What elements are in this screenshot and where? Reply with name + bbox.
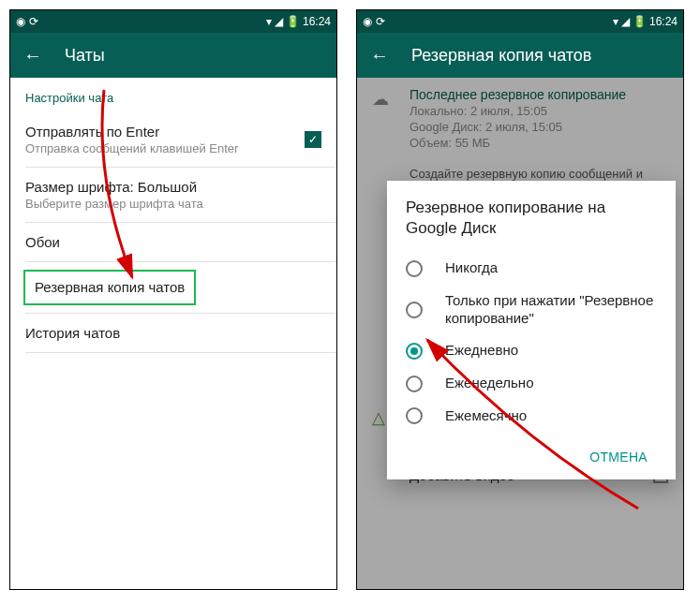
item-title: Резервная копия чатов xyxy=(35,279,185,295)
radio-label: Ежемесячно xyxy=(445,407,527,425)
status-bar: ◉ ⟳ ▾ ◢ 🔋 16:24 xyxy=(10,10,336,33)
item-backup-highlight[interactable]: Резервная копия чатов xyxy=(23,270,196,305)
item-subtitle: Отправка сообщений клавишей Enter xyxy=(25,141,305,155)
radio-label: Никогда xyxy=(445,259,498,277)
battery-icon: 🔋 xyxy=(286,15,300,28)
back-icon[interactable]: ← xyxy=(23,45,42,66)
divider xyxy=(25,352,336,353)
radio-icon xyxy=(406,260,423,277)
cancel-button[interactable]: ОТМЕНА xyxy=(580,442,657,472)
radio-icon xyxy=(406,302,423,318)
notif-icon2: ⟳ xyxy=(29,15,38,28)
dialog-title: Резервное копирование на Google Диск xyxy=(406,198,657,239)
app-bar: ← Чаты xyxy=(10,33,336,78)
phone-screen-chats: ◉ ⟳ ▾ ◢ 🔋 16:24 ← Чаты Настройки чата От… xyxy=(9,9,337,590)
dialog-actions: ОТМЕНА xyxy=(406,433,657,472)
item-title: Обои xyxy=(25,234,321,250)
radio-icon xyxy=(406,376,423,392)
appbar-title: Резервная копия чатов xyxy=(411,46,591,66)
item-font-size[interactable]: Размер шрифта: Большой Выберите размер ш… xyxy=(10,168,336,222)
appbar-title: Чаты xyxy=(65,46,105,66)
radio-option-monthly[interactable]: Ежемесячно xyxy=(406,400,657,433)
content-area: ☁ Последнее резервное копирование Локаль… xyxy=(357,78,683,589)
section-header: Настройки чата xyxy=(10,78,336,112)
radio-option-weekly[interactable]: Еженедельно xyxy=(406,367,657,400)
signal-icon: ◢ xyxy=(275,15,283,28)
item-title: История чатов xyxy=(25,325,321,341)
checkbox-checked-icon[interactable]: ✓ xyxy=(305,131,321,148)
wifi-icon: ▾ xyxy=(613,15,618,28)
item-subtitle: Выберите размер шрифта чата xyxy=(25,197,321,211)
radio-label: Еженедельно xyxy=(445,375,533,392)
backup-frequency-dialog: Резервное копирование на Google Диск Ник… xyxy=(387,181,676,479)
wifi-icon: ▾ xyxy=(266,15,272,28)
app-bar: ← Резервная копия чатов xyxy=(357,33,683,78)
radio-icon xyxy=(406,407,423,424)
radio-label: Только при нажатии "Резервное копировани… xyxy=(445,292,657,328)
item-history[interactable]: История чатов xyxy=(10,314,336,352)
notif-icon: ◉ xyxy=(363,15,372,28)
phone-screen-backup: ◉ ⟳ ▾ ◢ 🔋 16:24 ← Резервная копия чатов … xyxy=(356,9,684,590)
item-title: Размер шрифта: Большой xyxy=(25,179,321,195)
status-bar: ◉ ⟳ ▾ ◢ 🔋 16:24 xyxy=(357,10,683,33)
radio-icon-selected xyxy=(406,343,423,360)
notif-icon2: ⟳ xyxy=(376,15,385,28)
content-area: Настройки чата Отправлять по Enter Отпра… xyxy=(10,78,336,353)
clock: 16:24 xyxy=(649,15,678,28)
battery-icon: 🔋 xyxy=(633,15,647,28)
divider xyxy=(25,261,336,262)
radio-label: Ежедневно xyxy=(445,342,518,360)
signal-icon: ◢ xyxy=(621,15,630,28)
clock: 16:24 xyxy=(303,15,331,28)
radio-option-manual[interactable]: Только при нажатии "Резервное копировани… xyxy=(406,285,657,335)
back-icon[interactable]: ← xyxy=(370,45,389,66)
item-title: Отправлять по Enter xyxy=(25,124,305,140)
radio-option-daily[interactable]: Ежедневно xyxy=(406,334,657,367)
radio-option-never[interactable]: Никогда xyxy=(406,252,657,285)
notif-icon: ◉ xyxy=(16,15,25,28)
item-enter-send[interactable]: Отправлять по Enter Отправка сообщений к… xyxy=(10,112,336,167)
item-wallpaper[interactable]: Обои xyxy=(10,223,336,261)
